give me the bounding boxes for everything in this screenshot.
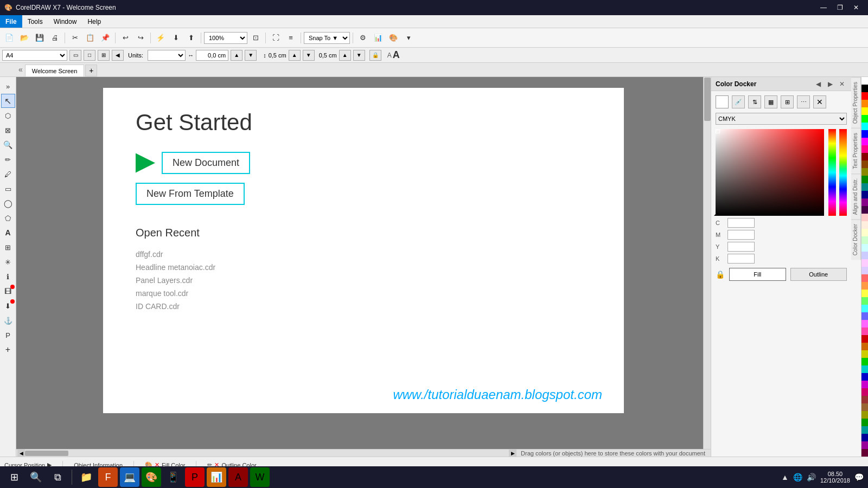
palette-color-swatch[interactable]: [861, 274, 868, 282]
docker-arrow-left[interactable]: ◀: [813, 79, 823, 89]
export-btn[interactable]: ⬆: [184, 31, 198, 45]
palette-color-swatch[interactable]: [861, 115, 868, 123]
color-gradient-area[interactable]: [716, 129, 847, 216]
taskbar-app7[interactable]: 📊: [207, 467, 226, 487]
page-settings[interactable]: ⊞: [98, 50, 110, 61]
palette-color-swatch[interactable]: [861, 107, 868, 115]
palette-color-swatch[interactable]: [861, 145, 868, 153]
recent-file-3[interactable]: marque tool.cdr: [136, 287, 591, 300]
recent-file-2[interactable]: Panel Layers.cdr: [136, 274, 591, 287]
palette-color-swatch[interactable]: [861, 411, 868, 419]
m-input[interactable]: 0: [727, 230, 755, 240]
side-label-obj-props[interactable]: Object Properties: [851, 77, 861, 128]
portrait-btn[interactable]: ▭: [69, 50, 81, 61]
palette-color-swatch[interactable]: [861, 282, 868, 290]
side-label-text-props[interactable]: Text Properties: [851, 128, 861, 174]
tool-polygon[interactable]: ⬠: [1, 211, 15, 225]
tab-scroll-left[interactable]: «: [16, 62, 25, 76]
palette-color-swatch[interactable]: [861, 312, 868, 320]
tool-text[interactable]: A: [1, 226, 15, 240]
palette-color-swatch[interactable]: [861, 252, 868, 259]
taskbar-app8[interactable]: A: [228, 467, 248, 487]
recent-file-1[interactable]: Headline metanoiac.cdr: [136, 261, 591, 274]
size-dn[interactable]: ▼: [303, 50, 315, 61]
start-button[interactable]: ⊞: [4, 467, 24, 487]
palette-color-swatch[interactable]: [861, 168, 868, 176]
titlebar-controls[interactable]: — ❐ ✕: [816, 1, 864, 14]
play-icon[interactable]: [136, 153, 155, 173]
options-btn[interactable]: ⚙: [356, 31, 370, 45]
outline-button[interactable]: Outline: [790, 268, 847, 281]
palette-color-swatch[interactable]: [861, 441, 868, 449]
tool-crop[interactable]: ⊠: [1, 123, 15, 137]
c-input[interactable]: 0: [727, 218, 755, 228]
search-button[interactable]: 🔍: [26, 467, 46, 487]
canvas-scrollbar[interactable]: [703, 77, 711, 449]
tool-node[interactable]: ⬡: [1, 108, 15, 123]
tool-info[interactable]: ℹ: [1, 269, 15, 284]
zoom-select[interactable]: 100% 50% 200%: [204, 32, 247, 44]
tool-selector[interactable]: ↖: [1, 94, 15, 108]
palette-color-swatch[interactable]: [861, 343, 868, 350]
taskbar-app2[interactable]: F: [98, 467, 118, 487]
import-btn[interactable]: ⬇: [169, 31, 183, 45]
extras[interactable]: 🎨: [386, 31, 400, 45]
palette-color-swatch[interactable]: [861, 221, 868, 229]
x-spin-up[interactable]: ▲: [231, 50, 242, 61]
units-select[interactable]: [148, 50, 186, 61]
side-label-align[interactable]: Align and Distr.: [851, 174, 861, 219]
notification-icon[interactable]: 💬: [854, 473, 864, 481]
palette-color-swatch[interactable]: [861, 176, 868, 183]
palette-color-swatch[interactable]: [861, 290, 868, 297]
new-btn[interactable]: 📄: [2, 31, 16, 45]
palette-color-swatch[interactable]: [861, 297, 868, 305]
network-icon[interactable]: 🌐: [793, 473, 802, 481]
palette-color-swatch[interactable]: [861, 244, 868, 252]
taskbar-app3[interactable]: 💻: [120, 467, 139, 487]
tool-ellipse[interactable]: ◯: [1, 196, 15, 210]
palette-color-swatch[interactable]: [861, 335, 868, 343]
new-document-button[interactable]: New Document: [162, 152, 250, 174]
save-btn[interactable]: 💾: [33, 31, 47, 45]
menu-file[interactable]: File: [0, 15, 22, 28]
hscroll-thumb[interactable]: [25, 451, 68, 456]
palette-color-swatch[interactable]: [861, 419, 868, 426]
palette-color-swatch[interactable]: [861, 358, 868, 365]
zoom-to-fit[interactable]: ⊡: [248, 31, 263, 45]
palette-color-swatch[interactable]: [861, 373, 868, 381]
taskbar-app5[interactable]: 📱: [163, 467, 183, 487]
palette-color-swatch[interactable]: [861, 191, 868, 198]
palette-color-swatch[interactable]: [861, 396, 868, 403]
taskbar-app9[interactable]: W: [250, 467, 270, 487]
color-options[interactable]: ⇅: [748, 95, 761, 108]
landscape-btn[interactable]: □: [84, 50, 95, 61]
menu-tools[interactable]: Tools: [22, 15, 48, 28]
eyedropper-tool[interactable]: 💉: [732, 95, 745, 108]
tool-outline-pen[interactable]: ⚓: [1, 313, 15, 328]
print-btn[interactable]: 🖨: [48, 31, 62, 45]
paste-btn[interactable]: 📌: [98, 31, 112, 45]
hscroll-right[interactable]: ▶: [509, 450, 516, 457]
view-mode[interactable]: ≡: [284, 31, 298, 45]
menu-window[interactable]: Window: [48, 15, 82, 28]
cut-btn[interactable]: ✂: [68, 31, 82, 45]
task-view[interactable]: ⧉: [48, 467, 67, 487]
palette-color-swatch[interactable]: [861, 403, 868, 411]
maximize-button[interactable]: ❐: [832, 1, 847, 14]
undo-btn[interactable]: ↩: [118, 31, 132, 45]
tool-zoom[interactable]: 🔍: [1, 138, 15, 152]
palette-color-swatch[interactable]: [861, 449, 868, 457]
tool-fill[interactable]: P: [1, 328, 15, 342]
open-btn[interactable]: 📂: [17, 31, 31, 45]
palette-color-swatch[interactable]: [861, 160, 868, 168]
copy-btn[interactable]: 📋: [83, 31, 97, 45]
size2-up[interactable]: ▲: [339, 50, 351, 61]
palette-color-swatch[interactable]: [861, 328, 868, 335]
menu-help[interactable]: Help: [82, 15, 106, 28]
lock-ratio[interactable]: 🔒: [369, 50, 381, 61]
palette-color-swatch[interactable]: [861, 92, 868, 100]
palette-color-swatch[interactable]: [861, 259, 868, 267]
k-input[interactable]: 0: [727, 254, 755, 264]
palette-color-swatch[interactable]: [861, 236, 868, 244]
side-label-color-docker[interactable]: Color Docker: [851, 219, 861, 260]
